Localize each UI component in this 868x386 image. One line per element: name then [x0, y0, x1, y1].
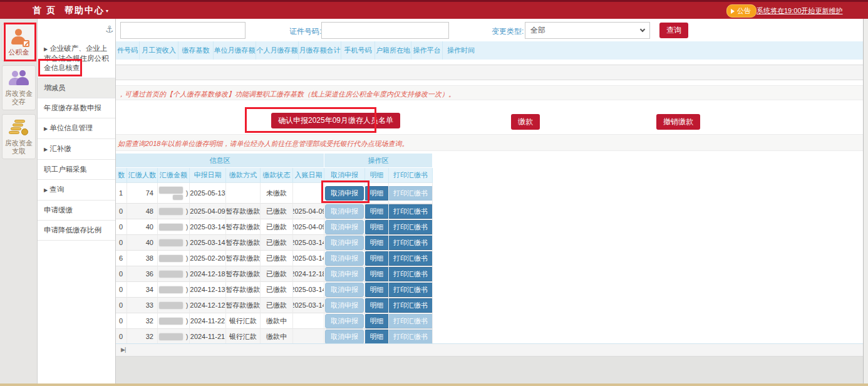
cell-declare-date: 2025-04-09	[190, 204, 226, 219]
cancel-declare-button[interactable]: 取消申报	[325, 267, 364, 281]
pay-button[interactable]: 缴款	[511, 114, 540, 130]
cancel-declare-button[interactable]: 取消申报	[325, 204, 364, 219]
results-bar: 无查询结果 每页 10 条	[116, 65, 863, 80]
menu-item-query[interactable]: ▶查询	[38, 180, 115, 201]
last-page-icon[interactable]: ▶|	[121, 347, 125, 353]
cell-print: 打印汇缴书	[389, 298, 433, 313]
detail-button[interactable]: 明细	[365, 330, 389, 344]
sidebar-item-label: 公积金	[3, 48, 35, 56]
paren-text: )	[186, 301, 189, 309]
sidebar-item-fanggai-withdraw[interactable]: 房改资金支取	[2, 114, 36, 159]
print-remit-button[interactable]: 打印汇缴书	[389, 298, 433, 313]
detail-button[interactable]: 明细	[365, 283, 389, 297]
detail-button[interactable]: 明细	[365, 267, 389, 281]
cancel-declare-button[interactable]: 取消申报	[325, 251, 364, 266]
menu-item-label: 查询	[49, 185, 64, 193]
cell-cancel: 取消申报	[324, 266, 365, 282]
detail-button[interactable]: 明细	[365, 236, 389, 250]
cell-cancel: 取消申报	[324, 183, 365, 204]
revoke-pay-button[interactable]: 撤销缴款	[656, 114, 700, 130]
nav-home[interactable]: 首 页	[33, 5, 56, 16]
cell-remit-count: 40	[127, 235, 158, 251]
cell-pay-method: 暂存款缴款	[226, 282, 261, 298]
detail-button[interactable]: 明细	[365, 220, 389, 234]
cell-remit-amount: )	[158, 235, 190, 251]
cell-remit-amount: )	[158, 219, 190, 235]
cancel-declare-button[interactable]: 取消申报	[325, 236, 364, 250]
confirm-declare-button[interactable]: 确认申报2025年09月缴存人员名单	[271, 113, 400, 128]
cancel-declare-button[interactable]: 取消申报	[325, 314, 364, 328]
cell-detail: 明细	[365, 219, 389, 235]
cell-pay-status: 未缴款	[261, 183, 293, 204]
id-number-input[interactable]	[321, 22, 449, 39]
detail-button[interactable]: 明细	[365, 186, 389, 201]
paren-text: )	[186, 317, 189, 325]
print-remit-button[interactable]: 打印汇缴书	[389, 267, 433, 281]
print-remit-button[interactable]: 打印汇缴书	[389, 204, 433, 219]
print-remit-button[interactable]: 打印汇缴书	[389, 220, 433, 234]
triangle-right-icon: ▶	[44, 187, 48, 193]
table-group-header: 信息区 操作区	[116, 154, 433, 168]
print-remit-button[interactable]: 打印汇缴书	[389, 251, 433, 266]
cell-declare-date: 2025-03-14	[190, 235, 226, 251]
menu-item-enterprise-check[interactable]: ▶企业破产、企业上市合法合规住房公积金信息核查	[38, 39, 115, 78]
cell-supplement-count: 6	[116, 251, 127, 266]
sidebar-item-fanggai-deposit[interactable]: 房改资金交存	[2, 65, 36, 110]
cell-entry-date: 2025-03-14	[293, 235, 324, 251]
sidebar-item-gongjijin[interactable]: 公积金	[2, 24, 36, 61]
cell-remit-count: 48	[127, 204, 158, 219]
cell-print: 打印汇缴书	[389, 204, 433, 219]
paren-text: )	[186, 254, 189, 262]
column-header: 件号码	[116, 41, 140, 60]
menu-item-huibujiao[interactable]: ▶汇补缴	[38, 139, 115, 160]
cell-cancel: 取消申报	[324, 282, 365, 298]
print-remit-button[interactable]: 打印汇缴书	[389, 283, 433, 297]
cell-supplement-count: 0	[116, 204, 127, 219]
menu-item-unit-info[interactable]: ▶单位信息管理	[38, 118, 115, 139]
cell-cancel: 取消申报	[324, 204, 365, 219]
cell-supplement-count: 0	[116, 235, 127, 251]
cell-remit-count: 36	[127, 266, 158, 282]
cancel-declare-button[interactable]: 取消申报	[325, 298, 364, 313]
change-type-select[interactable]: 全部	[525, 22, 650, 39]
menu-item-apply-defer[interactable]: 申请缓缴	[38, 201, 115, 221]
cell-declare-date: 2024-11-21	[190, 329, 226, 345]
cancel-declare-button[interactable]: 取消申报	[325, 283, 364, 297]
query-button[interactable]: 查询	[659, 23, 688, 38]
cell-remit-amount: )	[158, 183, 190, 204]
print-remit-button[interactable]: 打印汇缴书	[389, 330, 433, 344]
cell-pay-method: 暂存款缴款	[226, 251, 261, 266]
cancel-declare-button[interactable]: 取消申报	[325, 186, 364, 201]
menu-item-hukou-collect[interactable]: 职工户籍采集	[38, 160, 115, 180]
detail-button[interactable]: 明细	[365, 298, 389, 313]
pagination-bar: ▶| 共 38 条 每页 10 条	[116, 343, 863, 357]
detail-button[interactable]: 明细	[365, 251, 389, 266]
cell-cancel: 取消申报	[324, 235, 365, 251]
paren-text: )	[186, 207, 189, 215]
table-row: 0 40 ) 2025-03-14 暂存款缴款 已缴款 2025-03-14 取…	[116, 235, 433, 251]
name-input[interactable]	[120, 22, 245, 39]
paren-text: )	[186, 333, 189, 340]
announcement-link[interactable]: 系统将在19:00开始更新维护	[757, 6, 843, 16]
triangle-right-icon: ▶	[44, 126, 48, 132]
print-remit-button[interactable]: 打印汇缴书	[389, 186, 433, 201]
column-header: 打印汇缴书	[389, 168, 433, 183]
detail-button[interactable]: 明细	[365, 314, 389, 328]
cell-pay-method: 暂存款缴款	[226, 266, 261, 282]
menu-item-zengjianyuan[interactable]: 增减员	[38, 78, 115, 98]
column-header: 月缴存额合计	[299, 41, 341, 60]
cell-pay-method: 银行汇款	[226, 329, 261, 345]
menu-item-label: 汇补缴	[49, 145, 71, 152]
cell-remit-count: 33	[127, 298, 158, 313]
cancel-declare-button[interactable]: 取消申报	[325, 330, 364, 344]
cell-declare-date: 2025-02-20	[190, 251, 226, 266]
print-remit-button[interactable]: 打印汇缴书	[389, 236, 433, 250]
cancel-declare-button[interactable]: 取消申报	[325, 220, 364, 234]
print-remit-button[interactable]: 打印汇缴书	[389, 314, 433, 328]
menu-item-apply-lower-ratio[interactable]: 申请降低缴存比例	[38, 221, 115, 241]
detail-button[interactable]: 明细	[365, 204, 389, 219]
menu-item-annual-base-declare[interactable]: 年度缴存基数申报	[38, 98, 115, 118]
paren-text: )	[186, 270, 189, 278]
cell-pay-status: 已缴款	[261, 282, 293, 298]
nav-help-center[interactable]: 帮助中心▾	[65, 5, 110, 16]
